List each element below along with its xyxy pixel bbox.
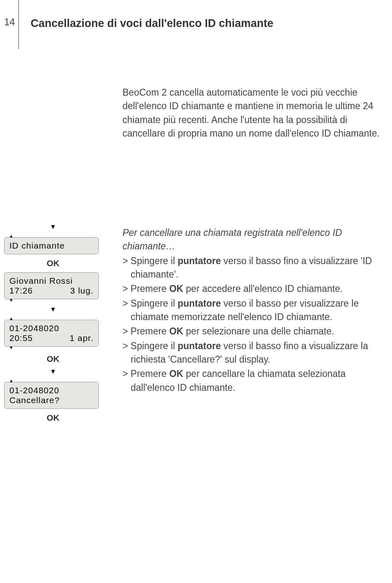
step-bold: OK (169, 283, 183, 294)
lcd-screen-3: 01-2048020 20:55 1 apr. (4, 320, 99, 347)
triangle-down-icon: ▼ (9, 298, 102, 303)
lcd-line: 17:26 3 lug. (9, 286, 94, 296)
step-text: > Spingere il (122, 341, 178, 351)
lcd-line: Giovanni Rossi (9, 276, 94, 286)
sub-heading: Per cancellare una chiamata registrata n… (122, 226, 392, 253)
step-text: > Premere (122, 326, 169, 336)
step-text: > Spingere il (122, 298, 178, 309)
ok-label: OK (4, 354, 102, 364)
step-text: per selezionare una delle chiamate. (183, 326, 334, 336)
lcd-line: 01-2048020 (9, 386, 94, 395)
triangle-down-icon: ▼ (4, 223, 102, 231)
lcd-line: ID chiamante (9, 241, 94, 251)
lcd-line: Cancellare? (9, 395, 94, 405)
triangle-down-icon: ▼ (4, 368, 102, 375)
step-text: > Premere (122, 368, 169, 379)
step-text: per accedere all'elenco ID chiamante. (183, 283, 343, 294)
step-bold: puntatore (178, 298, 221, 309)
margin-rule (18, 0, 19, 49)
lcd-screen-2: Giovanni Rossi 17:26 3 lug. (4, 272, 99, 299)
intro-paragraph: BeoCom 2 cancella automaticamente le voc… (122, 86, 380, 140)
lcd-screen-1: ID chiamante (4, 237, 99, 254)
lcd-date: 1 apr. (69, 333, 94, 343)
lcd-line: 01-2048020 (9, 323, 94, 333)
triangle-down-icon: ▼ (4, 306, 102, 313)
step-3: > Spingere il puntatore verso il basso p… (122, 297, 392, 324)
triangle-down-icon: ▼ (9, 345, 102, 350)
step-text: > Premere (122, 283, 169, 294)
page-number: 14 (4, 16, 15, 28)
left-column: ▼ ▲ ID chiamante OK Giovanni Rossi 17:26… (4, 221, 102, 427)
step-bold: OK (169, 368, 183, 379)
step-bold: puntatore (178, 341, 221, 351)
page-heading: Cancellazione di voci dall'elenco ID chi… (31, 16, 292, 31)
step-text: > Spingere il (122, 256, 178, 266)
ok-label: OK (4, 413, 102, 423)
lcd-screen-4: 01-2048020 Cancellare? (4, 382, 99, 409)
step-6: > Premere OK per cancellare la chiamata … (122, 367, 392, 395)
step-bold: puntatore (178, 256, 221, 266)
step-4: > Premere OK per selezionare una delle c… (122, 325, 392, 338)
step-bold: OK (169, 326, 183, 336)
ok-label: OK (4, 258, 102, 268)
step-1: > Spingere il puntatore verso il basso f… (122, 254, 392, 282)
lcd-date: 3 lug. (70, 286, 94, 296)
step-2: > Premere OK per accedere all'elenco ID … (122, 282, 392, 296)
lcd-line: 20:55 1 apr. (9, 333, 94, 343)
step-5: > Spingere il puntatore verso il basso f… (122, 339, 392, 367)
right-column: Per cancellare una chiamata registrata n… (122, 226, 392, 395)
lcd-time: 17:26 (9, 286, 33, 296)
lcd-time: 20:55 (9, 333, 33, 343)
